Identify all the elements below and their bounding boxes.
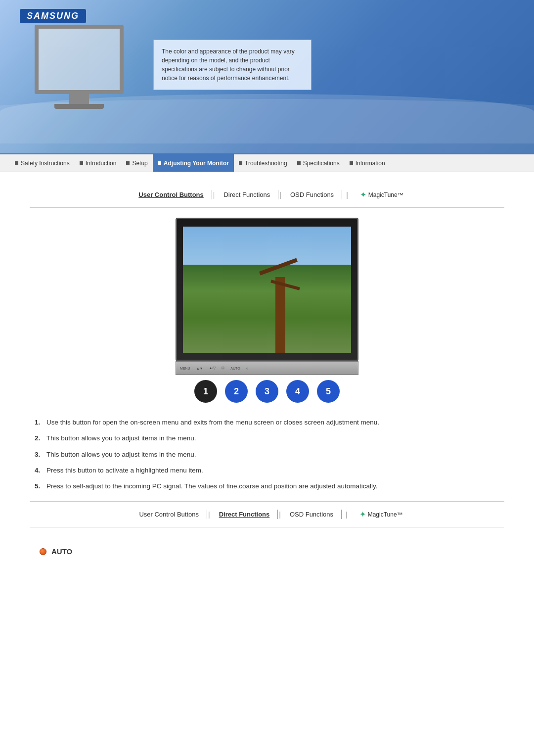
header-banner: SAMSUNG The color and appearance of the …	[0, 0, 534, 153]
monitor-controls-wrap: MENU ▲▼ ▲/▽ ⊡ AUTO ○ 1 2 3 4	[176, 218, 358, 403]
sub-nav-osd-functions[interactable]: OSD Functions	[282, 190, 342, 199]
nav-bullet-troubleshooting	[239, 161, 242, 165]
nav-label-troubleshooting: Troubleshooting	[245, 160, 287, 167]
monitor-bottom-bar: MENU ▲▼ ▲/▽ ⊡ AUTO ○	[176, 361, 358, 375]
monitor-screen-inner	[39, 29, 120, 90]
monitor-controls-container: MENU ▲▼ ▲/▽ ⊡ AUTO ○ 1 2 3 4	[30, 218, 504, 403]
garden-trunk	[275, 277, 285, 353]
nav-bullet-information	[350, 161, 353, 165]
magictune-bottom-icon: ✦	[359, 510, 366, 519]
sub-nav-bottom-sep3: |	[342, 511, 352, 519]
monitor-display	[176, 218, 358, 361]
instr-text-2: This button allows you to adjust items i…	[46, 433, 504, 443]
monitor-illustration	[25, 25, 134, 124]
magictune-icon: ✦	[360, 190, 366, 199]
sub-nav-direct-functions[interactable]: Direct Functions	[216, 190, 278, 199]
b6-label: ○	[246, 367, 248, 370]
monitor-stand	[69, 94, 89, 104]
sub-nav-bottom-user-control[interactable]: User Control Buttons	[131, 510, 207, 519]
instr-num-3: 3.	[35, 450, 46, 460]
magictune-bottom-label: MagicTune™	[368, 511, 403, 518]
b2-label: ▲▼	[196, 367, 203, 370]
sub-nav-user-control[interactable]: User Control Buttons	[131, 190, 212, 199]
ctrl-btn-3-label: 3	[265, 386, 269, 397]
ctrl-btn-5-label: 5	[326, 386, 331, 397]
main-content: User Control Buttons | Direct Functions …	[0, 172, 534, 570]
samsung-logo: SAMSUNG	[20, 9, 86, 23]
b3-label: ▲/▽	[209, 366, 216, 370]
nav-bullet-safety	[15, 161, 18, 165]
sub-nav-bottom-magictune[interactable]: ✦ MagicTune™	[352, 510, 403, 519]
ctrl-btn-4-label: 4	[295, 386, 300, 397]
nav-label-specifications: Specifications	[303, 160, 340, 167]
sub-nav-osd-label: OSD Functions	[290, 191, 334, 198]
sub-nav-separator-2: |	[278, 191, 282, 199]
monitor-base	[54, 104, 104, 109]
monitor-display-screen	[183, 227, 351, 353]
instr-item-3: 3. This button allows you to adjust item…	[35, 450, 504, 460]
instr-num-2: 2.	[35, 433, 46, 443]
ctrl-btn-5[interactable]: 5	[317, 380, 340, 403]
nav-bullet-setup	[126, 161, 130, 165]
sub-nav-bottom-sep2: |	[278, 511, 282, 519]
nav-item-adjusting[interactable]: Adjusting Your Monitor	[153, 154, 234, 172]
nav-item-intro[interactable]: Introduction	[75, 154, 122, 172]
instr-item-2: 2. This button allows you to adjust item…	[35, 433, 504, 443]
sub-nav-bottom-sep1: |	[207, 511, 211, 519]
nav-label-setup: Setup	[132, 160, 147, 167]
ctrl-btn-2-label: 2	[234, 386, 239, 397]
auto-circle-icon	[40, 548, 46, 555]
nav-bar: Safety Instructions Introduction Setup A…	[0, 153, 534, 172]
sub-nav-bottom-direct-label: Direct Functions	[219, 511, 270, 518]
control-buttons-row: 1 2 3 4 5	[176, 380, 358, 403]
instr-item-4: 4. Press this button to activate a highl…	[35, 466, 504, 475]
nav-bullet-intro	[80, 161, 83, 165]
instr-num-1: 1.	[35, 418, 46, 427]
auto-section: AUTO	[30, 537, 504, 561]
ctrl-btn-4[interactable]: 4	[286, 380, 309, 403]
nav-bullet-adjusting	[158, 161, 161, 165]
sub-nav-bottom-osd-label: OSD Functions	[290, 511, 333, 518]
magictune-label: MagicTune™	[368, 191, 403, 198]
instr-text-3: This button allows you to adjust items i…	[46, 450, 504, 460]
b5-label: AUTO	[230, 367, 240, 370]
instr-num-5: 5.	[35, 481, 46, 491]
instructions-list: 1. Use this button for open the on-scree…	[30, 418, 504, 491]
ctrl-btn-1[interactable]: 1	[194, 380, 217, 403]
ctrl-btn-1-label: 1	[203, 386, 208, 397]
instr-text-4: Press this button to activate a highligh…	[46, 466, 504, 475]
nav-item-information[interactable]: Information	[345, 154, 390, 172]
instr-item-5: 5. Press to self-adjust to the incoming …	[35, 481, 504, 491]
sub-nav-direct-label: Direct Functions	[223, 191, 270, 198]
sub-nav-top: User Control Buttons | Direct Functions …	[30, 182, 504, 208]
b4-label: ⊡	[222, 366, 224, 370]
nav-label-information: Information	[356, 160, 385, 167]
ctrl-btn-3[interactable]: 3	[256, 380, 278, 403]
menu-label: MENU	[180, 367, 190, 370]
sub-nav-magictune[interactable]: ✦ MagicTune™	[352, 190, 403, 199]
ctrl-btn-2[interactable]: 2	[225, 380, 248, 403]
instr-item-1: 1. Use this button for open the on-scree…	[35, 418, 504, 427]
nav-item-troubleshooting[interactable]: Troubleshooting	[234, 154, 292, 172]
nav-item-setup[interactable]: Setup	[121, 154, 152, 172]
sub-nav-separator-1: |	[212, 191, 216, 199]
notice-box: The color and appearance of the product …	[153, 40, 312, 90]
sub-nav-bottom-direct[interactable]: Direct Functions	[211, 510, 278, 519]
instr-text-5: Press to self-adjust to the incoming PC …	[46, 481, 504, 491]
nav-bullet-specifications	[297, 161, 301, 165]
auto-label: AUTO	[51, 547, 72, 556]
sub-nav-bottom-user-label: User Control Buttons	[139, 511, 199, 518]
sub-nav-bottom: User Control Buttons | Direct Functions …	[30, 501, 504, 527]
nav-label-safety: Safety Instructions	[21, 160, 70, 167]
instr-num-4: 4.	[35, 466, 46, 475]
nav-label-intro: Introduction	[86, 160, 117, 167]
nav-item-safety[interactable]: Safety Instructions	[10, 154, 75, 172]
garden-trees	[183, 265, 351, 353]
notice-text: The color and appearance of the product …	[162, 48, 295, 82]
nav-item-specifications[interactable]: Specifications	[292, 154, 345, 172]
sub-nav-separator-3: |	[342, 191, 352, 199]
instr-text-1: Use this button for open the on-screen m…	[46, 418, 504, 427]
monitor-screen	[35, 25, 124, 94]
sub-nav-user-control-label: User Control Buttons	[138, 191, 203, 198]
sub-nav-bottom-osd[interactable]: OSD Functions	[282, 510, 342, 519]
